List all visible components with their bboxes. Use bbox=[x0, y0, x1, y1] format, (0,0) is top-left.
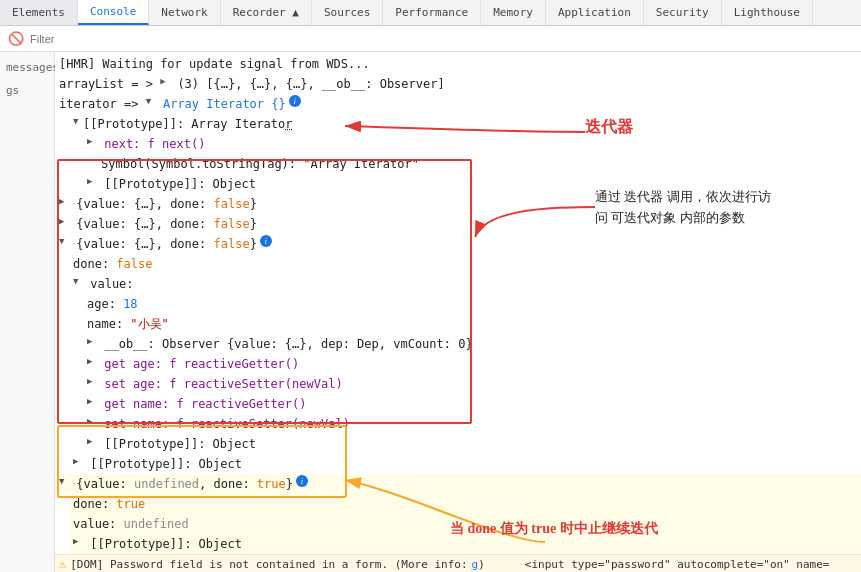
log-line-next: next: f next() bbox=[83, 134, 861, 154]
log-line-arraylist: arrayList = > (3) [{…}, {…}, {…}, __ob__… bbox=[55, 74, 861, 94]
log-line-symbol: Symbol(Symbol.toStringTag): "Array Itera… bbox=[97, 154, 861, 174]
tab-memory[interactable]: Memory bbox=[481, 0, 546, 25]
console-content: [HMR] Waiting for update signal from WDS… bbox=[55, 52, 861, 572]
main-layout: messages gs [HMR] Waiting for update sig… bbox=[0, 52, 861, 572]
console-area: [HMR] Waiting for update signal from WDS… bbox=[55, 52, 861, 572]
tab-bar: Elements Console Network Recorder ▲ Sour… bbox=[0, 0, 861, 26]
log-line-age: age: 18 bbox=[83, 294, 861, 314]
log-line-value: value: bbox=[69, 274, 861, 294]
clear-icon[interactable]: 🚫 bbox=[8, 31, 24, 47]
warning-icon: ⚠ bbox=[59, 557, 66, 571]
tab-recorder[interactable]: Recorder ▲ bbox=[221, 0, 312, 25]
sidebar: messages gs bbox=[0, 52, 55, 572]
log-line-ob: __ob__: Observer {value: {…}, dep: Dep, … bbox=[83, 334, 861, 354]
tab-lighthouse[interactable]: Lighthouse bbox=[722, 0, 813, 25]
log-line-val-undef: {value: undefined, done: true} i bbox=[55, 474, 861, 494]
tab-performance[interactable]: Performance bbox=[383, 0, 481, 25]
log-line-proto-obj3: [[Prototype]]: Object bbox=[69, 454, 861, 474]
log-line-done-true: done: true bbox=[69, 494, 861, 514]
info-icon-undef[interactable]: i bbox=[296, 475, 308, 487]
log-line-proto-ai: [[Prototype]]: Array Iterator bbox=[69, 114, 861, 134]
info-icon-iterator[interactable]: i bbox=[289, 95, 301, 107]
sidebar-item-messages[interactable]: messages bbox=[0, 56, 54, 79]
log-line-value-undef: value: undefined bbox=[69, 514, 861, 534]
log-line-set-name: set name: f reactiveSetter(newVal) bbox=[83, 414, 861, 434]
sidebar-item-gs[interactable]: gs bbox=[0, 79, 54, 102]
log-line-val1: {value: {…}, done: false} bbox=[55, 194, 861, 214]
log-line-get-age: get age: f reactiveGetter() bbox=[83, 354, 861, 374]
log-line-proto-obj4: [[Prototype]]: Object bbox=[69, 534, 861, 554]
filter-input[interactable] bbox=[30, 33, 853, 45]
tab-console[interactable]: Console bbox=[78, 0, 149, 25]
dom-warning-line: ⚠ [DOM] Password field is not contained … bbox=[55, 554, 861, 572]
log-line-val3: {value: {…}, done: false} i bbox=[55, 234, 861, 254]
log-line-set-age: set age: f reactiveSetter(newVal) bbox=[83, 374, 861, 394]
tab-network[interactable]: Network bbox=[149, 0, 220, 25]
toolbar: 🚫 bbox=[0, 26, 861, 52]
log-line-get-name: get name: f reactiveGetter() bbox=[83, 394, 861, 414]
log-line-val2: {value: {…}, done: false} bbox=[55, 214, 861, 234]
log-line-hmr: [HMR] Waiting for update signal from WDS… bbox=[55, 54, 861, 74]
tab-elements[interactable]: Elements bbox=[0, 0, 78, 25]
tab-sources[interactable]: Sources bbox=[312, 0, 383, 25]
tab-security[interactable]: Security bbox=[644, 0, 722, 25]
log-line-iterator: iterator => Array Iterator {} i bbox=[55, 94, 861, 114]
log-line-proto-obj2: [[Prototype]]: Object bbox=[83, 434, 861, 454]
log-line-name: name: "小吴" bbox=[83, 314, 861, 334]
info-icon-val3[interactable]: i bbox=[260, 235, 272, 247]
log-line-done-false: done: false bbox=[69, 254, 861, 274]
log-line-proto-obj1: [[Prototype]]: Object bbox=[83, 174, 861, 194]
tab-application[interactable]: Application bbox=[546, 0, 644, 25]
dom-warning-text: [DOM] Password field is not contained in… bbox=[70, 558, 467, 571]
